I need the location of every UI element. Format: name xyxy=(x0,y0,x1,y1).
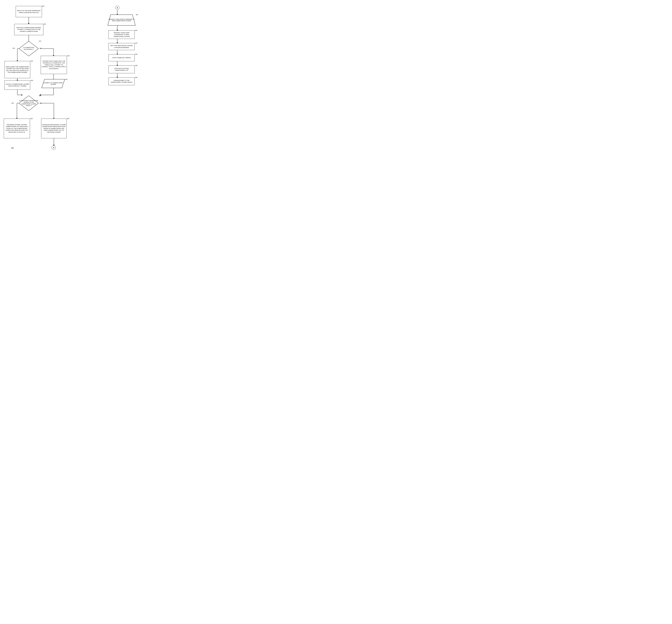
yes-label-814: YES xyxy=(12,48,15,49)
label-814: 814 xyxy=(39,41,41,42)
parallelogram-822: CONNECT TO SUBNET-WORK LEADER xyxy=(42,79,65,88)
box-820: ATTEMPT NEXT NODE UNTIL THE TRAVERSAL IS… xyxy=(41,56,67,74)
label-834: 834 xyxy=(135,42,137,44)
label-824: 824 xyxy=(39,95,41,97)
box-810: READ LIST ON NODE ADDRESSES FROM CONFIGU… xyxy=(16,6,42,17)
label-818: 818 xyxy=(31,80,33,81)
connector-A-bottom: A xyxy=(52,146,56,150)
label-816: 816 xyxy=(31,60,33,62)
box-826: NETWORK LEADER: GATHER SUBNETWORK LIST M… xyxy=(4,119,30,138)
label-828: 828 xyxy=(67,118,69,119)
label-826: 826 xyxy=(30,118,33,119)
label-822: 822 xyxy=(65,79,68,80)
box-840: UNSUBSCRIBE TO THE SUBNETWORK LEADER GRO… xyxy=(108,77,135,85)
label-838: 838 xyxy=(135,65,137,66)
box-818: CONTACT SUBNETWORK LEADER AND ESTABLISH … xyxy=(4,80,30,90)
label-840: 840 xyxy=(135,77,137,78)
box-834: WAIT FOR NEW GROUP LEADER ACKNOWLEDGEMEN… xyxy=(108,43,135,50)
label-820: 820 xyxy=(67,55,70,56)
no-label-824: NO xyxy=(40,102,42,104)
yes-label-824: YES xyxy=(11,102,14,104)
diamond-814: IS CONNECTION SUCCESSFUL ? xyxy=(19,41,39,56)
label-810: 810 xyxy=(42,5,45,7)
trapezoid-830: REQUEST HAND OVER LEADERSHIP TO NEW SUBN… xyxy=(108,15,135,25)
connector-A-top: A xyxy=(115,6,119,10)
label-832: 832 xyxy=(135,30,137,31)
diagram-number: 800 xyxy=(11,147,14,149)
label-836: 836 xyxy=(135,54,137,55)
box-816: SEND QUERY FOR SUBNETWORK LEADER THE CON… xyxy=(4,61,30,78)
no-label-814: NO xyxy=(40,48,42,49)
box-812: FOR EACH SUBNETWORK DEFINED, ATTEMPT A C… xyxy=(14,24,43,35)
box-838: STOP MULTICASTING SUBNETWORK LIST xyxy=(108,66,135,73)
flowchart-diagram: READ LIST ON NODE ADDRESSES FROM CONFIGU… xyxy=(3,3,165,153)
box-832: REQUEST HAND OVER LEADERSHIP TO NEW SUBN… xyxy=(108,30,135,39)
label-812: 812 xyxy=(44,23,46,25)
box-836: STOP TUNNELING THREAD xyxy=(108,54,135,61)
box-828: CONTINUE PROCESSING, GATHER SUBNETWORK M… xyxy=(41,119,67,138)
label-830: 830 xyxy=(136,14,138,16)
diamond-824: IS THIS NODE'S ADDRESS THE HIGHEST IN TH… xyxy=(19,96,39,111)
